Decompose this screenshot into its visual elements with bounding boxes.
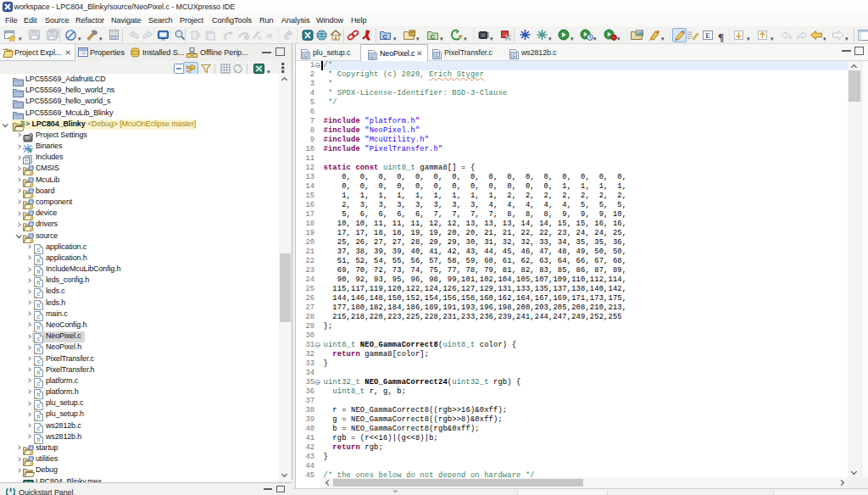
svg-text:h: h	[36, 392, 40, 398]
svg-text:c: c	[304, 53, 308, 58]
svg-text:c: c	[36, 358, 40, 364]
svg-text:010: 010	[110, 36, 117, 40]
svg-text:h: h	[36, 436, 40, 442]
svg-text:c: c	[36, 336, 40, 342]
svg-text:c: c	[36, 403, 40, 409]
svg-text:S: S	[21, 120, 25, 127]
svg-text:c: c	[36, 246, 40, 253]
svg-text:c: c	[36, 313, 40, 320]
svg-text:c: c	[513, 53, 516, 58]
svg-text:h: h	[36, 269, 40, 275]
svg-text:h: h	[36, 280, 40, 286]
svg-text:h: h	[36, 302, 40, 309]
svg-text:c: c	[36, 425, 40, 431]
svg-text:c: c	[36, 380, 40, 387]
svg-text:c: c	[436, 53, 439, 58]
svg-text:h: h	[36, 257, 40, 264]
svg-text:.R: .R	[265, 32, 272, 40]
svg-text:h: h	[36, 347, 40, 353]
svg-text:c: c	[36, 291, 40, 298]
svg-text:h: h	[36, 369, 40, 375]
svg-text:h: h	[36, 414, 40, 420]
svg-text:h: h	[36, 325, 40, 331]
svg-text:c: c	[371, 53, 375, 59]
svg-text:R: R	[258, 36, 262, 41]
svg-text:E: E	[705, 31, 710, 40]
svg-text:C: C	[383, 33, 388, 41]
svg-text:C: C	[431, 33, 436, 41]
